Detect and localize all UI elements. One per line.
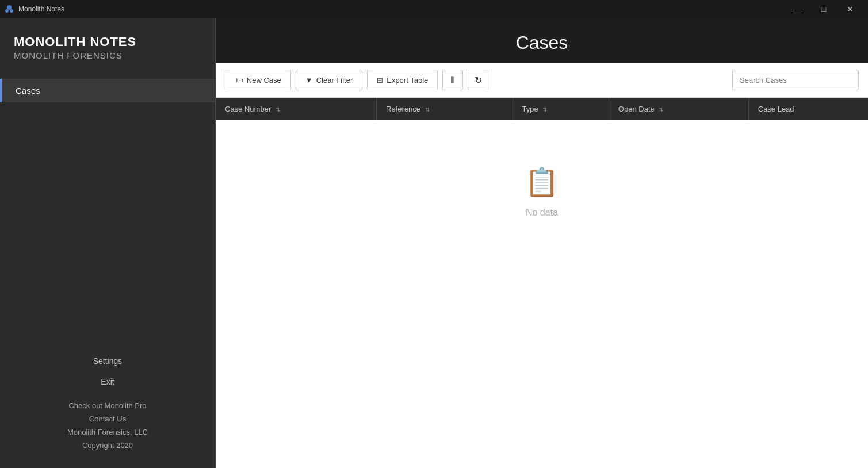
copyright-label: Copyright 2020 [14, 441, 201, 450]
col-reference[interactable]: Reference ⇅ [377, 98, 513, 120]
svg-point-0 [7, 5, 12, 10]
page-header: Cases [216, 18, 868, 63]
no-data-text: No data [526, 208, 558, 218]
titlebar-app-name: Monolith Notes [18, 5, 64, 13]
columns-button[interactable]: ⦀ [442, 70, 463, 90]
sidebar-app-title: MONOLITH NOTES [14, 34, 201, 49]
settings-label: Settings [93, 356, 123, 366]
sidebar-item-cases[interactable]: Cases [0, 79, 215, 102]
table-header: Case Number ⇅ Reference ⇅ Type ⇅ Open [216, 98, 868, 120]
refresh-icon: ↻ [475, 75, 482, 86]
plus-icon: + [235, 76, 239, 85]
contact-us-link[interactable]: Contact Us [14, 415, 201, 423]
sidebar-header: MONOLITH NOTES MONOLITH FORENSICS [0, 18, 215, 74]
search-input[interactable] [732, 70, 859, 90]
page-title: Cases [230, 28, 854, 63]
check-pro-link[interactable]: Check out Monolith Pro [14, 401, 201, 410]
sort-icon-open-date: ⇅ [659, 106, 663, 113]
col-case-lead: Case Lead [748, 98, 868, 120]
titlebar-left: Monolith Notes [5, 5, 64, 14]
content-area: Cases + + New Case ▼ Clear Filter ⊞ Expo… [216, 18, 868, 468]
table-container: Case Number ⇅ Reference ⇅ Type ⇅ Open [216, 98, 868, 468]
toolbar: + + New Case ▼ Clear Filter ⊞ Export Tab… [216, 63, 868, 98]
settings-item[interactable]: Settings [0, 351, 215, 371]
no-data-icon: 📋 [525, 166, 559, 198]
sidebar-item-cases-label: Cases [16, 86, 40, 95]
new-case-button[interactable]: + + New Case [225, 70, 291, 90]
maximize-button[interactable]: □ [810, 0, 837, 18]
titlebar-controls: — □ ✕ [784, 0, 863, 18]
main-container: MONOLITH NOTES MONOLITH FORENSICS Cases … [0, 18, 868, 468]
col-reference-label: Reference [386, 105, 420, 113]
cases-table: Case Number ⇅ Reference ⇅ Type ⇅ Open [216, 98, 868, 120]
sort-icon-reference: ⇅ [425, 106, 430, 113]
refresh-button[interactable]: ↻ [468, 70, 488, 90]
col-case-number[interactable]: Case Number ⇅ [216, 98, 377, 120]
sidebar-spacer [0, 102, 215, 351]
minimize-button[interactable]: — [784, 0, 810, 18]
svg-point-2 [10, 9, 13, 13]
exit-label: Exit [101, 377, 114, 386]
company-label: Monolith Forensics, LLC [14, 428, 201, 436]
close-button[interactable]: ✕ [837, 0, 863, 18]
col-type[interactable]: Type ⇅ [513, 98, 609, 120]
exit-item[interactable]: Exit [0, 371, 215, 392]
col-type-label: Type [522, 105, 538, 113]
sidebar-footer: Check out Monolith Pro Contact Us Monoli… [0, 392, 215, 468]
no-data-area: 📋 No data [216, 120, 868, 264]
col-case-lead-label: Case Lead [758, 105, 794, 113]
export-table-button[interactable]: ⊞ Export Table [367, 70, 438, 90]
titlebar: Monolith Notes — □ ✕ [0, 0, 868, 18]
export-icon: ⊞ [377, 76, 383, 85]
clear-filter-button[interactable]: ▼ Clear Filter [296, 70, 362, 90]
col-open-date[interactable]: Open Date ⇅ [609, 98, 748, 120]
table-header-row: Case Number ⇅ Reference ⇅ Type ⇅ Open [216, 98, 868, 120]
svg-point-1 [5, 9, 9, 13]
columns-icon: ⦀ [450, 75, 455, 85]
new-case-label: + New Case [240, 76, 281, 85]
sidebar-nav: Cases [0, 79, 215, 102]
clear-filter-label: Clear Filter [316, 76, 353, 85]
export-table-label: Export Table [387, 76, 428, 85]
col-open-date-label: Open Date [618, 105, 655, 113]
sort-icon-case-number: ⇅ [276, 106, 280, 113]
app-icon [5, 5, 14, 14]
filter-icon: ▼ [305, 76, 313, 85]
sort-icon-type: ⇅ [542, 106, 547, 113]
col-case-number-label: Case Number [225, 105, 271, 113]
sidebar: MONOLITH NOTES MONOLITH FORENSICS Cases … [0, 18, 216, 468]
sidebar-org-name: MONOLITH FORENSICS [14, 51, 201, 60]
